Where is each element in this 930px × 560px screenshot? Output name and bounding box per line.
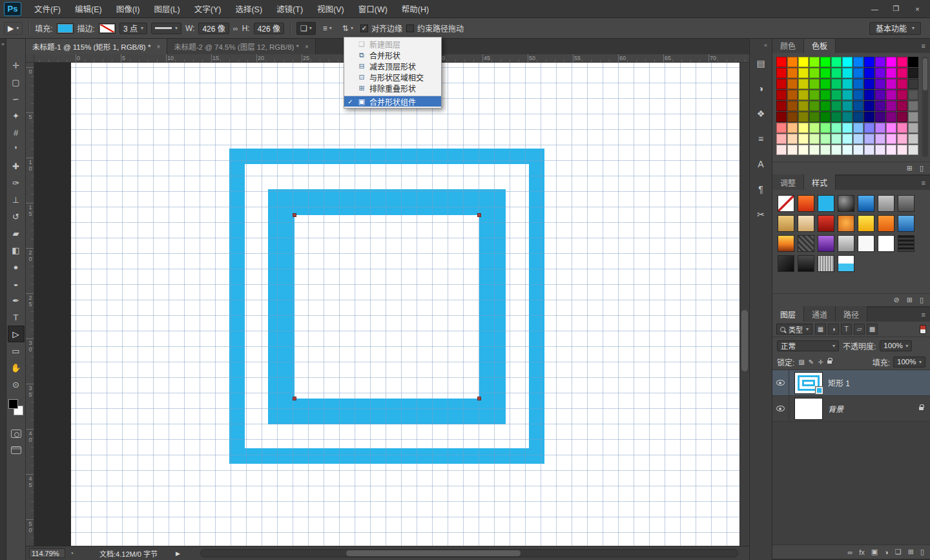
close-tab-icon[interactable]: × <box>305 43 309 50</box>
shape-height-input[interactable]: 426 像 <box>254 23 284 34</box>
color-swatch[interactable] <box>908 101 918 111</box>
color-swatch[interactable] <box>809 145 820 155</box>
delete-layer-icon[interactable]: ▯ <box>920 548 924 556</box>
color-swatch[interactable] <box>842 68 852 78</box>
panel-tab[interactable]: 路径 <box>836 306 867 322</box>
foreground-color-swatch[interactable] <box>8 399 18 409</box>
color-swatch[interactable] <box>776 90 787 100</box>
layer-name[interactable]: 背景 <box>828 403 843 414</box>
style-swatch[interactable] <box>858 195 874 212</box>
color-swatch[interactable] <box>842 79 852 89</box>
panel-tab[interactable]: 颜色 <box>772 37 804 53</box>
color-swatch[interactable] <box>776 123 787 133</box>
color-swatch[interactable] <box>798 134 809 144</box>
color-swatch[interactable] <box>787 123 798 133</box>
zoom-tool[interactable]: ⊙ <box>8 376 25 393</box>
color-swatch[interactable] <box>875 79 885 89</box>
close-button[interactable]: × <box>909 3 926 15</box>
color-swatch[interactable] <box>908 68 918 78</box>
clone-stamp-tool[interactable]: ⊥ <box>8 191 25 208</box>
link-layers-icon[interactable]: ∞ <box>847 548 852 556</box>
style-swatch[interactable] <box>798 195 814 212</box>
color-swatch[interactable] <box>820 57 831 67</box>
color-swatch[interactable] <box>864 57 874 67</box>
rectangular-marquee-tool[interactable]: ▢ <box>8 74 25 90</box>
style-swatch[interactable] <box>818 255 834 272</box>
hand-tool[interactable]: ✋ <box>8 359 25 376</box>
color-swatch[interactable] <box>886 112 896 122</box>
color-swatch[interactable] <box>875 145 885 155</box>
color-swatch[interactable] <box>820 79 831 89</box>
filter-pixel-layers-icon[interactable]: ▦ <box>815 324 826 335</box>
color-swatch[interactable] <box>809 68 820 78</box>
filter-adjustment-layers-icon[interactable]: ◑ <box>828 324 839 335</box>
tool-preset-picker[interactable]: ▶ ▾ <box>4 22 23 35</box>
style-swatch[interactable] <box>798 215 814 232</box>
color-swatch[interactable] <box>886 134 896 144</box>
color-swatch[interactable] <box>776 101 787 111</box>
menu-option[interactable]: ⊡ 与形状区域相交 <box>344 72 441 83</box>
panel-tab[interactable]: 调整 <box>772 174 804 190</box>
menu-item[interactable]: 编辑(E) <box>68 0 109 17</box>
color-swatch[interactable] <box>798 90 809 100</box>
style-swatch[interactable] <box>838 255 854 272</box>
path-anchor-point[interactable] <box>477 397 481 400</box>
color-swatch[interactable] <box>798 68 809 78</box>
fill-opacity-input[interactable]: 100% ▾ <box>893 357 925 368</box>
color-swatch[interactable] <box>787 112 798 122</box>
color-swatch[interactable] <box>809 57 820 67</box>
color-swatch[interactable] <box>787 90 798 100</box>
color-swatch[interactable] <box>809 123 820 133</box>
delete-swatch-icon[interactable]: ▯ <box>920 164 924 172</box>
style-swatch[interactable] <box>838 235 854 252</box>
color-swatch[interactable] <box>908 79 918 89</box>
blend-mode-select[interactable]: 正常 ▾ <box>777 340 839 351</box>
color-swatch[interactable] <box>787 68 798 78</box>
color-swatch[interactable] <box>853 123 863 133</box>
delete-style-icon[interactable]: ▯ <box>920 296 924 304</box>
color-swatch[interactable] <box>886 101 896 111</box>
color-swatch[interactable] <box>864 134 874 144</box>
quick-mask-button[interactable] <box>11 430 21 438</box>
shape-width-input[interactable]: 426 像 <box>198 23 229 34</box>
color-swatch[interactable] <box>831 112 842 122</box>
menu-item[interactable]: 滤镜(T) <box>269 0 310 17</box>
layer-row-background[interactable]: 背景 <box>772 396 930 422</box>
new-adjustment-layer-icon[interactable]: ◑ <box>884 548 889 556</box>
panel-tab[interactable]: 通道 <box>804 306 836 322</box>
color-swatch[interactable] <box>897 57 907 67</box>
color-swatch[interactable] <box>864 112 874 122</box>
color-swatch[interactable] <box>787 101 798 111</box>
color-swatch[interactable] <box>809 101 820 111</box>
color-swatch[interactable] <box>908 90 918 100</box>
color-swatch[interactable] <box>776 57 787 67</box>
color-swatch[interactable] <box>908 112 918 122</box>
color-swatch[interactable] <box>864 101 874 111</box>
color-swatch[interactable] <box>787 57 798 67</box>
navigator-panel-icon[interactable]: ▤ <box>752 55 769 72</box>
minimize-button[interactable]: — <box>866 3 884 15</box>
panel-menu-icon[interactable]: ≡ <box>922 42 925 50</box>
color-swatch[interactable] <box>842 145 852 155</box>
add-layer-mask-icon[interactable]: ▣ <box>871 548 878 556</box>
filter-type-layers-icon[interactable]: T <box>841 324 852 335</box>
path-anchor-point[interactable] <box>293 397 296 400</box>
color-swatch[interactable] <box>831 123 842 133</box>
workspace-switcher[interactable]: 基本功能 ▾ <box>869 22 921 35</box>
color-swatch[interactable] <box>886 68 896 78</box>
filter-toggle-switch[interactable] <box>920 325 926 334</box>
style-swatch[interactable] <box>778 255 794 272</box>
color-swatch[interactable] <box>809 90 820 100</box>
clone-source-panel-icon[interactable]: ✂ <box>752 206 769 223</box>
color-swatch[interactable] <box>853 112 863 122</box>
color-swatch[interactable] <box>908 57 918 67</box>
lock-transparency-icon[interactable]: ▨ <box>798 358 804 366</box>
layer-filter-select[interactable]: 类型 ▾ <box>776 324 812 335</box>
new-style-icon[interactable]: ⊞ <box>907 296 913 304</box>
stroke-type-select[interactable]: ▾ <box>151 23 181 34</box>
panel-menu-icon[interactable]: ≡ <box>922 311 925 318</box>
layer-thumbnail[interactable] <box>794 372 823 394</box>
color-swatch[interactable] <box>798 112 809 122</box>
color-swatch[interactable] <box>853 134 863 144</box>
color-swatch[interactable] <box>875 68 885 78</box>
